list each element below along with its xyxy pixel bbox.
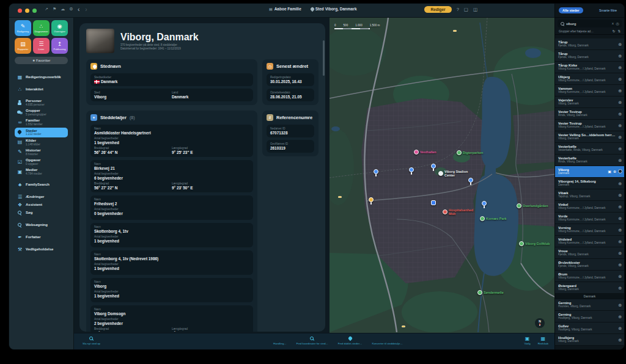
locate-icon[interactable]: ⊕ bbox=[618, 100, 622, 105]
place-list-item[interactable]: Vorning Viborg Kommune,…l Jylland, Danma… bbox=[555, 224, 624, 236]
map-pin-icon[interactable] bbox=[409, 167, 414, 172]
map-pin-icon[interactable] bbox=[482, 201, 487, 206]
place-list-item[interactable]: Vesterbølle Vesterbølle, Rinds, Viborg, … bbox=[555, 143, 624, 155]
map-display-button[interactable]: ▣ Vælg bbox=[524, 336, 530, 345]
sidebar-item[interactable]: Familier 1.552 familier bbox=[15, 117, 68, 127]
tab-smart-filters[interactable]: Smarte filtre bbox=[595, 7, 620, 13]
sidebar-item[interactable]: Redigeringsoverblik bbox=[15, 73, 68, 81]
locate-icon[interactable]: ⊕ bbox=[618, 42, 622, 47]
sidebar-item[interactable]: Forfatter bbox=[15, 233, 68, 241]
locate-icon[interactable]: ⊕ bbox=[618, 326, 622, 331]
toolbar-action-button[interactable]: Handling… bbox=[273, 336, 287, 345]
locate-icon[interactable]: ⊕ bbox=[618, 147, 622, 151]
locate-icon[interactable]: ⊕ bbox=[618, 239, 622, 244]
sidebar-item[interactable]: Personer 4.695 personer bbox=[15, 98, 68, 107]
place-list-item[interactable]: Tårup Kirke Viborg Kommune,…l Jylland, D… bbox=[555, 62, 624, 73]
place-list-item[interactable]: Vridsted Viborg Kommune,…l Jylland, Danm… bbox=[555, 236, 624, 247]
sidebar-item[interactable]: Steder 1.222 steder bbox=[15, 128, 68, 137]
map-poi[interactable]: Hospitalsenhed Midt bbox=[443, 208, 473, 216]
place-list-item[interactable]: Danmark ⊕ ▣ ⊕ bbox=[555, 294, 624, 299]
sidebar-item[interactable]: Assistent bbox=[15, 201, 68, 209]
map-poi[interactable]: Viborg Stadion Center bbox=[438, 170, 468, 177]
map-poi[interactable]: Søndermølle bbox=[477, 290, 504, 295]
map-pin-icon[interactable] bbox=[431, 200, 436, 205]
locate-icon[interactable]: ⊕ bbox=[618, 193, 622, 198]
place-detail-item[interactable]: Navn Asmildkloster Handelsgartneri Antal… bbox=[90, 125, 253, 157]
place-list-item[interactable]: Vester Velling So…iddelsom herred Viborg… bbox=[555, 131, 624, 143]
place-list-item[interactable]: Vesterbølle Rinds, Viborg, Danmark ⊕ ▣ ⊕ bbox=[555, 155, 624, 166]
search-field[interactable]: × ◎ bbox=[558, 20, 622, 27]
locate-icon[interactable]: ⊕ bbox=[618, 158, 622, 163]
close-window-button[interactable] bbox=[18, 9, 22, 13]
status-badge[interactable] bbox=[618, 169, 622, 173]
place-detail-item[interactable]: Navn Skottenborg 4, 1tv Antal begivenhed… bbox=[90, 223, 253, 247]
map-poi[interactable]: Vesthallen bbox=[414, 150, 436, 155]
place-detail-item[interactable]: Navn Skottenborg 4, 1tv (Nedrevet 1986) … bbox=[90, 250, 253, 275]
locate-icon[interactable]: ⊕ bbox=[618, 135, 622, 140]
sidebar-item[interactable]: Søg bbox=[15, 209, 68, 217]
back-button[interactable]: ‹ bbox=[78, 6, 79, 13]
window-controls[interactable] bbox=[18, 9, 37, 13]
tab-all-places[interactable]: Alle steder bbox=[559, 7, 583, 13]
map-pin-icon[interactable] bbox=[431, 164, 436, 169]
map-pin-icon[interactable] bbox=[374, 169, 378, 174]
place-list-item[interactable]: Gullev Houlbjerg, Viborg, Danmark ⊕ ▣ ⊕ bbox=[555, 322, 624, 334]
locate-icon[interactable]: ⊕ bbox=[618, 65, 622, 70]
locate-icon[interactable]: ⊕ bbox=[618, 89, 622, 93]
place-detail-item[interactable]: Navn Viborg Antal begivenheder 1 begiven… bbox=[90, 278, 253, 302]
locate-icon[interactable]: ⊕ bbox=[618, 181, 622, 186]
locate-icon[interactable]: ⊕ bbox=[618, 274, 622, 279]
sidebar-item[interactable]: Vedligeholdelse bbox=[15, 246, 68, 253]
place-list-item[interactable]: Tårup Fjends, Viborg, Danmark ⊕ ▣ ⊕ bbox=[555, 50, 624, 62]
place-list-item[interactable]: Ørum Viborg Kommune,…l Jylland, Danmark … bbox=[555, 271, 624, 282]
mode-button[interactable]: ↥ Publicering bbox=[51, 38, 68, 54]
place-list-item[interactable]: Viborg Danmark ⊕ ▣ ⊕ bbox=[555, 166, 624, 178]
locate-icon[interactable]: ⊕ bbox=[613, 169, 616, 173]
refresh-icon[interactable]: ↻ bbox=[613, 29, 616, 33]
panel-toggle-right-icon[interactable]: ◫ bbox=[473, 7, 477, 12]
zoom-window-button[interactable] bbox=[32, 9, 37, 13]
place-list-item[interactable]: Ørslevkloster Fjends, Viborg, Danmark ⊕ … bbox=[555, 259, 624, 271]
sidebar-item[interactable]: Historier 8 historier bbox=[15, 147, 68, 157]
sidebar-item[interactable]: Opgaver 0 opgaver bbox=[15, 157, 68, 167]
mode-button[interactable]: ◉ Oversigter bbox=[51, 20, 68, 36]
locate-icon[interactable]: ⊕ bbox=[618, 228, 622, 233]
locate-icon[interactable]: ⊕ bbox=[618, 123, 622, 128]
place-list-item[interactable]: Vester Tostrup Viborg Kommune,…l Jylland… bbox=[555, 120, 624, 131]
sidebar-item[interactable]: Ændringer bbox=[15, 193, 68, 201]
favorites-button[interactable]: ★ Favoritter bbox=[15, 57, 68, 64]
minimize-window-button[interactable] bbox=[25, 9, 29, 13]
place-list-item[interactable]: Vammen Viborg Kommune,…l Jylland, Danmar… bbox=[555, 85, 624, 96]
map-poi[interactable]: Kornæs Park bbox=[480, 216, 507, 221]
place-detail-item[interactable]: Navn Birkevej 21 Antal begivenheder 6 be… bbox=[90, 160, 253, 192]
sort-direction-icon[interactable]: ⇅ bbox=[617, 29, 620, 33]
toolbar-action-button[interactable]: Find koordinater for sted… bbox=[296, 336, 328, 345]
map-canvas[interactable]: 05001.0001.500 m Vesthallen Digterparken bbox=[330, 18, 556, 333]
media-icon[interactable]: ▣ bbox=[608, 169, 611, 173]
help-icon[interactable]: ? bbox=[457, 7, 459, 12]
place-list-item[interactable]: Vorde Viborg Kommune,…l Jylland, Danmark… bbox=[555, 213, 624, 224]
map-pin-icon[interactable] bbox=[369, 197, 374, 202]
locate-icon[interactable]: ⊕ bbox=[618, 77, 622, 82]
locate-icon[interactable]: ⊕ bbox=[618, 54, 622, 59]
sidebar-item[interactable]: Kilder 1.148 kilder bbox=[15, 137, 68, 147]
place-list-item[interactable]: Vester Tostrup Rinds, Viborg, Danmark ⊕ … bbox=[555, 108, 624, 120]
mode-button[interactable]: ☰ Lister bbox=[33, 38, 50, 54]
mode-button[interactable]: ∴ Diagrammer bbox=[33, 20, 50, 36]
place-detail-item[interactable]: Navn Viborg Domsogn Antal begivenheder 2… bbox=[90, 305, 253, 332]
locate-icon[interactable]: ⊕ bbox=[618, 112, 622, 117]
place-list-item[interactable]: Gerning Hvorslev, Viborg, Danmark ⊕ ▣ ⊕ bbox=[555, 299, 624, 311]
sort-label[interactable]: Gruppér efter højeste ad… bbox=[559, 30, 594, 33]
mode-button[interactable]: ▤ Rapporter bbox=[15, 38, 31, 54]
locate-icon[interactable]: ⊕ bbox=[618, 205, 622, 209]
compass-icon[interactable]: N bbox=[535, 318, 545, 328]
place-photo[interactable] bbox=[86, 29, 114, 53]
share-icon[interactable]: ↗ bbox=[45, 7, 48, 12]
filter-icon[interactable]: ◎ bbox=[616, 21, 619, 26]
map-pin-icon[interactable] bbox=[468, 178, 473, 183]
cloud-sync-icon[interactable]: ☁ bbox=[61, 7, 65, 12]
toolbar-action-button[interactable]: Find dublet-steder… bbox=[338, 336, 363, 345]
place-list-item[interactable]: Vibæk Tapdrup, Viborg, Danmark ⊕ ▣ ⊕ bbox=[555, 189, 624, 201]
place-list-item[interactable]: Vroue Fjends, Viborg, Danmark ⊕ ▣ ⊕ bbox=[555, 247, 624, 259]
place-list-item[interactable]: Vinkel Viborg Kommune,…l Jylland, Danmar… bbox=[555, 201, 624, 213]
